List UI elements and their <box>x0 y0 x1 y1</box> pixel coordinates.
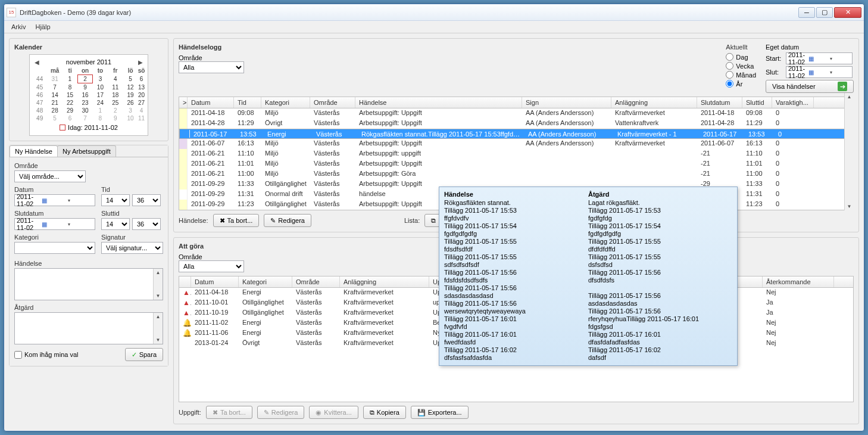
cal-day[interactable]: 30 <box>77 107 92 114</box>
cal-day[interactable]: 18 <box>108 91 123 99</box>
scrollbar[interactable] <box>844 93 854 210</box>
log-col-header[interactable]: Område <box>310 97 355 108</box>
radio-dag[interactable]: Dag <box>726 53 756 61</box>
save-button[interactable]: ✓Spara <box>125 348 163 361</box>
delete-event-button[interactable]: ✖Ta bort... <box>213 214 260 227</box>
log-row[interactable]: 2011-06-2111:10MiljöVästeråsArbetsuppgif… <box>179 149 853 159</box>
log-col-header[interactable]: Datum <box>188 97 234 108</box>
cal-today-label[interactable]: Idag: 2011-11-02 <box>68 124 118 131</box>
radio-ar[interactable]: År <box>726 80 756 88</box>
cal-day[interactable]: 10 <box>123 114 138 122</box>
ack-task-button[interactable]: ◉Kvittera... <box>309 406 358 419</box>
maximize-button[interactable]: ▢ <box>816 7 833 18</box>
cal-day[interactable]: 31 <box>47 75 63 83</box>
todo-col-header[interactable]: Återkommande <box>763 276 834 287</box>
log-row[interactable]: 2011-04-2811:29ÖvrigtVästeråsArbetsuppgi… <box>179 119 853 129</box>
todo-col-header[interactable] <box>179 276 191 287</box>
cal-day[interactable]: 5 <box>123 75 138 83</box>
cal-day[interactable]: 2 <box>108 107 123 114</box>
cal-day[interactable]: 3 <box>123 107 138 114</box>
cal-day[interactable]: 15 <box>63 91 77 99</box>
cal-day[interactable]: 26 <box>123 99 138 107</box>
delete-task-button[interactable]: ✖Ta bort... <box>206 406 252 419</box>
cal-day[interactable]: 9 <box>77 83 92 92</box>
log-row[interactable]: 2011-06-2111:00MiljöVästeråsArbetsuppgif… <box>179 169 853 179</box>
log-col-header[interactable]: > <box>179 97 188 108</box>
kategori-select[interactable] <box>14 242 95 254</box>
datum-input[interactable]: 2011-11-02▦▾ <box>14 194 95 206</box>
cal-day[interactable]: 17 <box>93 91 108 99</box>
log-col-header[interactable]: Händelse <box>355 97 522 108</box>
cal-day[interactable]: 11 <box>108 83 123 92</box>
log-omrade-select[interactable]: Alla <box>179 61 244 73</box>
edit-event-button[interactable]: ✎Redigera <box>264 214 311 227</box>
log-col-header[interactable]: Sign <box>522 97 611 108</box>
cal-day[interactable]: 10 <box>93 83 108 92</box>
cal-day[interactable]: 6 <box>138 75 145 83</box>
remember-checkbox[interactable]: Kom ihåg mina val <box>14 351 79 359</box>
log-row[interactable]: 2011-05-1713:53EnergiVästeråsRökgasfläkt… <box>179 129 853 139</box>
cal-day[interactable]: 7 <box>77 114 92 122</box>
cal-day[interactable]: 4 <box>108 75 123 83</box>
cal-day[interactable]: 8 <box>63 83 77 92</box>
handelse-textarea[interactable] <box>14 268 163 300</box>
show-events-button[interactable]: Visa händelser➔ <box>766 80 854 93</box>
cal-day[interactable]: 12 <box>123 83 138 92</box>
menu-hjalp[interactable]: Hjälp <box>35 23 50 30</box>
radio-manad[interactable]: Månad <box>726 71 756 79</box>
cal-next-icon[interactable]: ▶ <box>138 59 143 66</box>
cal-day[interactable]: 28 <box>47 107 63 114</box>
signatur-select[interactable]: Välj signatur... <box>101 242 163 254</box>
tid-min[interactable]: 36 <box>132 194 161 206</box>
scrollbar[interactable] <box>153 313 163 344</box>
cal-day[interactable]: 29 <box>63 107 77 114</box>
cal-day[interactable]: 7 <box>47 83 63 92</box>
omrade-select[interactable]: Välj område... <box>14 170 86 182</box>
sluttid-min[interactable]: 36 <box>132 218 161 230</box>
edit-task-button[interactable]: ✎Redigera <box>257 406 305 419</box>
log-row[interactable]: 2011-04-1809:08MiljöVästeråsArbetsuppgif… <box>179 108 853 119</box>
cal-day[interactable]: 6 <box>63 114 77 122</box>
todo-col-header[interactable]: Område <box>292 276 340 287</box>
todo-col-header[interactable]: Datum <box>191 276 239 287</box>
log-col-header[interactable]: Sluttid <box>742 97 772 108</box>
cal-day[interactable]: 24 <box>93 99 108 107</box>
cal-day[interactable]: 1 <box>63 75 77 83</box>
export-task-button[interactable]: 💾Exportera... <box>411 406 469 419</box>
cal-day[interactable]: 21 <box>47 99 63 107</box>
slutdatum-input[interactable]: 2011-11-02▦▾ <box>14 218 95 230</box>
log-col-header[interactable]: Anläggning <box>611 97 697 108</box>
cal-day[interactable]: 27 <box>138 99 145 107</box>
log-col-header[interactable]: Slutdatum <box>697 97 742 108</box>
cal-day[interactable]: 20 <box>138 91 145 99</box>
calendar-widget[interactable]: ◀ november 2011 ▶ måtiontofrlösö 4431123… <box>29 54 148 136</box>
copy-task-button[interactable]: ⧉Kopiera <box>363 406 406 419</box>
log-row[interactable]: 2011-06-0716:13MiljöVästeråsArbetsuppgif… <box>179 139 853 149</box>
tab-ny-handelse[interactable]: Ny Händelse <box>10 145 58 157</box>
sluttid-hour[interactable]: 14 <box>101 218 130 230</box>
tid-hour[interactable]: 14 <box>101 194 130 206</box>
todo-omrade-select[interactable]: Alla <box>179 260 244 272</box>
minimize-button[interactable]: ─ <box>798 7 815 18</box>
slut-date-input[interactable]: 2011-11-02▦▾ <box>786 66 853 78</box>
cal-day[interactable]: 14 <box>47 91 63 99</box>
cal-day[interactable]: 13 <box>138 83 145 92</box>
todo-col-header[interactable]: Anläggning <box>340 276 429 287</box>
log-row[interactable]: 2011-06-2111:01MiljöVästeråsArbetsuppgif… <box>179 159 853 169</box>
cal-day[interactable]: 3 <box>93 75 108 83</box>
todo-col-header[interactable]: Kategori <box>239 276 292 287</box>
cal-prev-icon[interactable]: ◀ <box>35 59 39 66</box>
cal-day[interactable]: 4 <box>138 107 145 114</box>
tab-ny-arbetsuppgift[interactable]: Ny Arbetsuppgift <box>57 145 116 157</box>
cal-day[interactable]: 9 <box>108 114 123 122</box>
cal-day[interactable]: 22 <box>63 99 77 107</box>
cal-day[interactable]: 11 <box>138 114 145 122</box>
log-col-header[interactable]: Varaktigh... <box>772 97 814 108</box>
cal-day[interactable]: 23 <box>77 99 92 107</box>
cal-day[interactable]: 19 <box>123 91 138 99</box>
log-col-header[interactable]: Kategori <box>261 97 310 108</box>
cal-day[interactable]: 25 <box>108 99 123 107</box>
close-button[interactable]: ✕ <box>834 7 861 18</box>
cal-day[interactable]: 2 <box>77 75 92 83</box>
menu-arkiv[interactable]: Arkiv <box>11 23 26 30</box>
